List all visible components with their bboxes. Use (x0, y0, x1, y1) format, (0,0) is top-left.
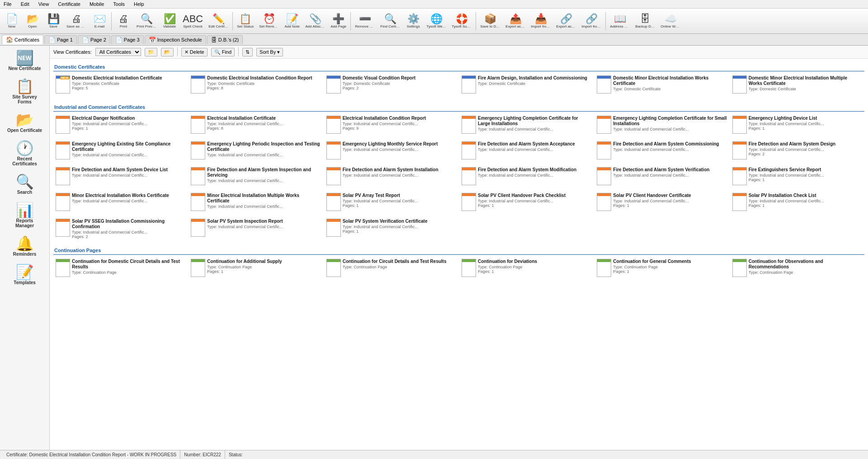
toolbar-btn-online-backup[interactable]: ☁️Online Web Backup (658, 13, 683, 30)
delete-btn[interactable]: ✕ Delete (181, 48, 208, 56)
nav-icon-search: 🔍 (16, 174, 34, 189)
cert-item[interactable]: Fire Detection and Alarm System Inspecti… (189, 165, 323, 190)
toolbar-btn-import-file[interactable]: 📥Import from File (528, 13, 553, 30)
toolbar-btn-backup-database[interactable]: 🗄Backup Database (633, 13, 657, 30)
cert-item[interactable]: Domestic Minor Electrical Installation M… (730, 73, 864, 98)
cert-item[interactable]: Continuation for Deviations Type: Contin… (459, 257, 594, 281)
cert-item[interactable]: Continuation for Observations and Recomm… (730, 257, 864, 281)
cert-pages: Pages: 1 (749, 126, 862, 131)
sort-by-btn[interactable]: Sort By ▾ (256, 48, 283, 56)
cert-item[interactable]: Fire Alarm Design, Installation and Comm… (459, 73, 594, 98)
toolbar-btn-remove-page[interactable]: ➖Remove Page (353, 13, 377, 30)
tab-page2[interactable]: 📄Page 2 (78, 35, 110, 44)
nav-item-recent-certificates[interactable]: 🕐Recent Certificates (5, 138, 45, 169)
toolbar-btn-set-status[interactable]: 📋Set Status (235, 13, 256, 30)
cert-item[interactable]: Fire Detection and Alarm System Commissi… (594, 139, 729, 164)
cert-item[interactable]: Minor Electrical Installation Multiple W… (189, 191, 323, 215)
menu-item-certificate[interactable]: Certificate (56, 1, 82, 7)
folder2-btn[interactable]: 📂 (161, 48, 174, 56)
toolbar-btn-save[interactable]: 💾Save (43, 13, 63, 30)
nav-item-open-certificate[interactable]: 📂Open Certificate (5, 109, 45, 136)
cert-info: Continuation for General Comments Type: … (613, 259, 726, 274)
cert-item[interactable]: Solar PV Array Test Report Type: Industr… (324, 191, 458, 215)
cert-item[interactable]: Continuation for Circuit Details and Tes… (324, 257, 458, 281)
cert-item[interactable]: Emergency Lighting Completion Certificat… (459, 113, 594, 138)
menu-item-help[interactable]: Help (132, 1, 146, 7)
toolbar-btn-validate[interactable]: ✅Validate (160, 13, 179, 30)
tab-db[interactable]: 🗄D.B.'s (2) (207, 35, 243, 44)
toolbar-btn-settings[interactable]: ⚙️Settings (403, 13, 423, 30)
toolbar-btn-export-shared[interactable]: 🔗Export as Shared (554, 13, 578, 30)
nav-item-new-certificate[interactable]: 🆕New Certificate (5, 47, 45, 74)
toolbar-btn-save-pdf[interactable]: 🖨Save as PDF (64, 13, 89, 30)
menu-item-tools[interactable]: Tools (111, 1, 127, 7)
cert-item[interactable]: Solar PV Client Handover Certificate Typ… (594, 191, 729, 215)
toolbar-btn-import-shared[interactable]: 🔗Import from Shared (579, 13, 604, 30)
cert-item[interactable]: Minor Electrical Installation Works Cert… (53, 191, 188, 215)
menu-item-mobile[interactable]: Mobile (88, 1, 106, 7)
tab-inspection[interactable]: 📅Inspection Schedule (145, 35, 206, 44)
toolbar-btn-edit-certificate[interactable]: ✏️Edit Certificate (206, 13, 231, 30)
cert-item[interactable]: Fire Detection and Alarm System Verifica… (594, 165, 729, 190)
toolbar-btn-tysoft-support[interactable]: 🛟Tysoft Support (449, 13, 474, 30)
cert-item[interactable]: Domestic Electrical Installation Conditi… (189, 73, 323, 98)
toolbar-btn-print[interactable]: 🖨Print (113, 13, 133, 30)
cert-item[interactable]: Solar PV Client Handover Pack Checklist … (459, 191, 594, 215)
menu-item-view[interactable]: View (37, 1, 51, 7)
toolbar-btn-add-attachment[interactable]: 📎Add Attachment (303, 13, 327, 30)
menu-item-edit[interactable]: Edit (19, 1, 31, 7)
cert-item[interactable]: Domestic Visual Condition Report Type: D… (324, 73, 458, 98)
cert-item[interactable]: Continuation for Domestic Circuit Detail… (53, 257, 188, 281)
cert-item[interactable]: Solar PV SSEG Installation Commissioning… (53, 216, 188, 241)
cert-item[interactable]: Emergency Lighting Existing Site Complia… (53, 139, 188, 164)
cert-item[interactable]: Emergency Lighting Completion Certificat… (594, 113, 729, 138)
cert-item[interactable]: Electrical Installation Certificate Type… (189, 113, 323, 138)
cert-item[interactable]: Emergency Lighting Periodic Inspection a… (189, 139, 323, 164)
nav-item-templates[interactable]: 📝Templates (5, 262, 45, 288)
toolbar-btn-add-page[interactable]: ➕Add Page (328, 13, 349, 30)
toolbar-btn-open[interactable]: 📂Open (23, 13, 42, 30)
toolbar-btn-set-reminder[interactable]: ⏰Set Reminder (257, 13, 281, 30)
cert-item[interactable]: Electrical Danger Notification Type: Ind… (53, 113, 188, 138)
toolbar-btn-print-preview[interactable]: 🔍Print Preview (134, 13, 159, 30)
toolbar-btn-find-certificate[interactable]: 🔍Find Certificate (378, 13, 402, 30)
cert-item[interactable]: Solar PV Installation Check List Type: I… (730, 191, 864, 215)
cert-name: Fire Detection and Alarm System Modifica… (478, 167, 591, 173)
cert-item[interactable]: Emergency Lighting Device List Type: Ind… (730, 113, 864, 138)
find-btn[interactable]: 🔍 Find (211, 48, 235, 56)
tab-page3[interactable]: 📄Page 3 (111, 35, 144, 44)
nav-item-reminders[interactable]: 🔔Reminders (5, 233, 45, 260)
cert-item[interactable]: Solar PV System Verification Certificate… (324, 216, 458, 241)
cert-item[interactable]: Fire Detection and Alarm System Design T… (730, 139, 864, 164)
toolbar-btn-export-file[interactable]: 📤Export as File (503, 13, 528, 30)
nav-item-search[interactable]: 🔍Search (5, 171, 45, 198)
toolbar-btn-add-note[interactable]: 📝Add Note (282, 13, 302, 30)
toolbar-btn-new[interactable]: 📄New (2, 13, 22, 30)
tab-certificates[interactable]: 🏠Certificates (2, 35, 43, 44)
toolbar-btn-spell-check[interactable]: ABCSpell Check (180, 13, 205, 30)
cert-item[interactable]: Fire Detection and Alarm System Modifica… (459, 165, 594, 190)
cert-item[interactable]: Continuation for Additional Supply Type:… (189, 257, 323, 281)
toolbar-btn-tysoft-website[interactable]: 🌐Tysoft Website (424, 13, 448, 30)
cert-item[interactable]: Fire Detection and Alarm System Device L… (53, 165, 188, 190)
toolbar-btn-email[interactable]: ✉️E-mail (90, 13, 109, 30)
folder-btn[interactable]: 📁 (145, 48, 157, 56)
cert-thumb-lines (197, 264, 199, 274)
nav-item-reports-manager[interactable]: 📊Reports Manager (5, 200, 45, 231)
cert-item[interactable]: Electrical Installation Condition Report… (324, 113, 458, 138)
tab-page1[interactable]: 📄Page 1 (44, 35, 77, 44)
toolbar-btn-address-book[interactable]: 📖Address Book (608, 13, 632, 30)
cert-item[interactable]: Emergency Lighting Monthly Service Repor… (324, 139, 458, 164)
cert-item[interactable]: Fire Extinguishers Service Report Type: … (730, 165, 864, 190)
toolbar-btn-save-dropbox[interactable]: 📦Save to Dropbox (478, 13, 502, 30)
menu-item-file[interactable]: File (2, 1, 14, 7)
sort-icon-btn[interactable]: ⇅ (242, 48, 253, 56)
cert-item[interactable]: Continuation for General Comments Type: … (594, 257, 729, 281)
view-certificates-select[interactable]: All Certificates (95, 48, 141, 56)
cert-item[interactable]: NEW Domestic Electrical Installation Cer… (53, 73, 188, 98)
cert-item[interactable]: Fire Detection and Alarm System Installa… (324, 165, 458, 190)
nav-item-site-survey[interactable]: 📋Site Survey Forms (5, 76, 45, 108)
cert-item[interactable]: Solar PV System Inspection Report Type: … (189, 216, 323, 241)
cert-item[interactable]: Domestic Minor Electrical Installation W… (594, 73, 729, 98)
cert-item[interactable]: Fire Detection and Alarm System Acceptan… (459, 139, 594, 164)
